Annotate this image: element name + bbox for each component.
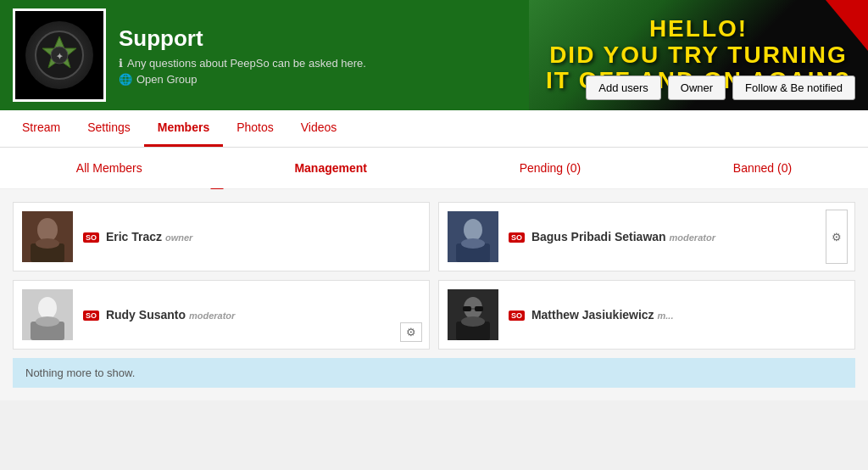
add-users-button[interactable]: Add users (586, 76, 661, 100)
member-info-rudy: SO Rudy Susanto moderator (83, 308, 235, 322)
header-actions: Add users Owner Follow & Be notified (586, 76, 855, 100)
tab-videos[interactable]: Videos (287, 110, 351, 147)
subnav-pending[interactable]: Pending (0) (511, 158, 589, 178)
member-card-rudy: SO Rudy Susanto moderator ⚙ (13, 280, 430, 350)
member-card-matthew: SO Matthew Jasiukiewicz m... (438, 280, 855, 350)
member-role-matthew: m... (658, 311, 674, 321)
member-name-eric: SO Eric Tracz owner (83, 230, 192, 243)
svg-point-5 (37, 218, 58, 242)
member-info-matthew: SO Matthew Jasiukiewicz m... (509, 308, 673, 322)
tab-photos[interactable]: Photos (223, 110, 287, 147)
gear-button-rudy[interactable]: ⚙ (400, 322, 422, 342)
globe-icon: 🌐 (119, 73, 132, 86)
group-logo-image: ✦ (25, 21, 93, 89)
owner-button[interactable]: Owner (668, 76, 726, 100)
member-info-bagus: SO Bagus Pribadi Setiawan moderator (509, 230, 715, 243)
member-badge-bagus: SO (509, 232, 525, 243)
svg-point-19 (461, 316, 485, 327)
subnav-all-members[interactable]: All Members (68, 158, 151, 178)
nav-tabs: Stream Settings Members Photos Videos (0, 110, 868, 148)
member-card-bagus: SO Bagus Pribadi Setiawan moderator ⚙ (438, 202, 855, 271)
svg-rect-21 (475, 306, 483, 311)
member-info-eric: SO Eric Tracz owner (83, 230, 192, 243)
tab-stream[interactable]: Stream (8, 110, 74, 147)
svg-point-13 (38, 297, 57, 319)
banner-corner (826, 0, 868, 51)
follow-button[interactable]: Follow & Be notified (732, 76, 855, 100)
member-name-matthew: SO Matthew Jasiukiewicz m... (509, 308, 673, 322)
svg-rect-20 (463, 306, 471, 311)
nothing-more-bar: Nothing more to show. (13, 358, 855, 388)
member-role-rudy: moderator (189, 311, 235, 321)
subnav-banned[interactable]: Banned (0) (725, 158, 800, 178)
svg-point-15 (36, 316, 59, 327)
svg-point-7 (36, 238, 59, 249)
svg-point-9 (464, 219, 482, 241)
member-badge-eric: SO (83, 232, 99, 243)
svg-point-11 (461, 238, 485, 249)
avatar-matthew (448, 289, 498, 340)
group-logo: ✦ (13, 8, 106, 102)
gear-button-bagus[interactable]: ⚙ (826, 210, 848, 264)
main-content: SO Eric Tracz owner SO Bagus Pribadi (0, 189, 868, 400)
member-badge-rudy: SO (83, 311, 99, 321)
tab-members[interactable]: Members (144, 110, 223, 147)
member-role-eric: owner (165, 232, 192, 243)
svg-text:✦: ✦ (56, 52, 64, 61)
avatar-rudy (22, 289, 73, 340)
member-role-bagus: moderator (670, 232, 715, 243)
members-grid: SO Eric Tracz owner SO Bagus Pribadi (13, 202, 855, 350)
avatar-bagus (448, 211, 498, 262)
sub-nav: All Members Management Pending (0) Banne… (0, 148, 868, 189)
subnav-management[interactable]: Management (286, 158, 376, 178)
avatar-eric (22, 211, 73, 262)
group-header: ✦ Support ℹ Any questions about PeepSo c… (0, 0, 868, 110)
member-name-bagus: SO Bagus Pribadi Setiawan moderator (509, 230, 715, 243)
info-icon: ℹ (119, 57, 123, 70)
member-card-eric: SO Eric Tracz owner (13, 202, 430, 271)
tab-settings[interactable]: Settings (74, 110, 144, 147)
member-name-rudy: SO Rudy Susanto moderator (83, 308, 235, 322)
member-badge-matthew: SO (509, 311, 525, 321)
